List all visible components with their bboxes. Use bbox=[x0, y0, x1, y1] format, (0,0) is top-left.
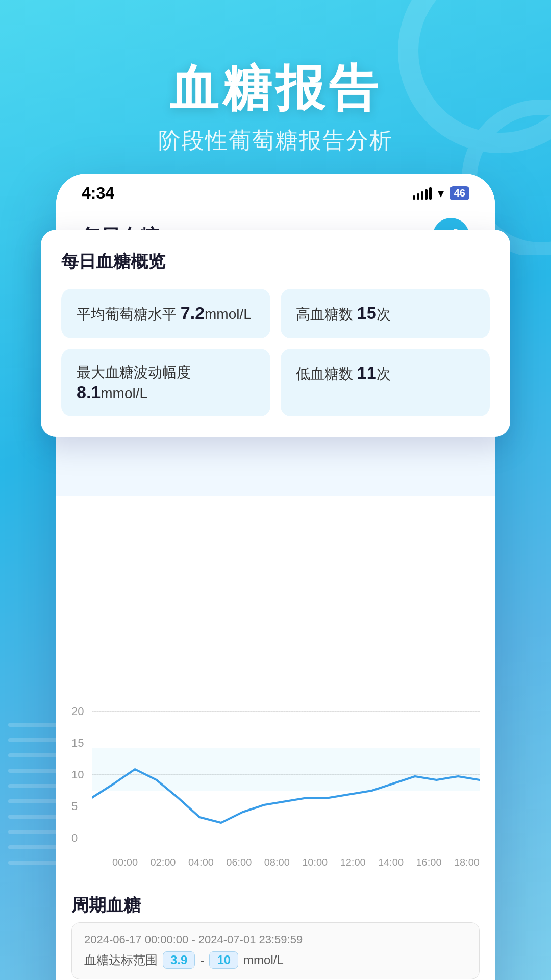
avg-glucose-value: 7.2 bbox=[181, 303, 205, 323]
low-glucose-label: 低血糖数 bbox=[296, 366, 353, 382]
header-area: 血糖报告 阶段性葡萄糖报告分析 bbox=[0, 0, 551, 186]
chart-area: 20 15 10 5 0 bbox=[56, 695, 495, 884]
stat-high-glucose: 高血糖数 15次 bbox=[281, 289, 490, 338]
x-label-1200: 12:00 bbox=[340, 856, 366, 868]
x-label-0000: 00:00 bbox=[112, 856, 138, 868]
max-fluctuation-value: 8.1 bbox=[77, 382, 101, 402]
svg-rect-13 bbox=[92, 748, 480, 791]
avg-glucose-label: 平均葡萄糖水平 bbox=[77, 306, 177, 322]
y-label-15: 15 bbox=[71, 737, 84, 750]
stat-low-glucose: 低血糖数 11次 bbox=[281, 349, 490, 416]
x-label-1600: 16:00 bbox=[416, 856, 442, 868]
overview-title: 每日血糖概览 bbox=[61, 250, 490, 274]
stat-avg-glucose: 平均葡萄糖水平 7.2mmol/L bbox=[61, 289, 270, 338]
sub-title: 阶段性葡萄糖报告分析 bbox=[0, 126, 551, 156]
target-range-label: 血糖达标范围 bbox=[84, 952, 158, 968]
x-label-0600: 06:00 bbox=[226, 856, 252, 868]
battery-badge: 46 bbox=[450, 186, 469, 200]
range-unit: mmol/L bbox=[243, 953, 284, 967]
overview-card: 每日血糖概览 平均葡萄糖水平 7.2mmol/L 高血糖数 15次 最大血糖波动… bbox=[41, 230, 510, 437]
glucose-line-svg bbox=[92, 705, 480, 848]
y-label-20: 20 bbox=[71, 705, 84, 718]
x-label-0400: 04:00 bbox=[188, 856, 214, 868]
range-max-badge: 10 bbox=[209, 951, 238, 969]
signal-icon bbox=[413, 187, 432, 200]
status-bar: 4:34 ▾ 46 bbox=[56, 174, 495, 208]
status-icons: ▾ 46 bbox=[413, 186, 469, 201]
status-time: 4:34 bbox=[82, 184, 114, 203]
glucose-chart: 20 15 10 5 0 bbox=[71, 705, 480, 868]
periodic-section-title: 周期血糖 bbox=[56, 884, 495, 922]
target-range: 血糖达标范围 3.9 - 10 mmol/L bbox=[84, 951, 467, 969]
high-glucose-value: 15 bbox=[357, 303, 377, 323]
x-label-1400: 14:00 bbox=[378, 856, 404, 868]
range-min-badge: 3.9 bbox=[163, 951, 195, 969]
y-label-5: 5 bbox=[71, 800, 78, 813]
stats-grid: 平均葡萄糖水平 7.2mmol/L 高血糖数 15次 最大血糖波动幅度 8.1m… bbox=[61, 289, 490, 416]
x-label-1800: 18:00 bbox=[454, 856, 480, 868]
period-date-range: 2024-06-17 00:00:00 - 2024-07-01 23:59:5… bbox=[84, 933, 467, 946]
x-label-1000: 10:00 bbox=[302, 856, 328, 868]
wifi-icon: ▾ bbox=[438, 186, 444, 201]
main-title: 血糖报告 bbox=[0, 61, 551, 115]
y-label-10: 10 bbox=[71, 768, 84, 781]
x-axis: 00:00 02:00 04:00 06:00 08:00 10:00 12:0… bbox=[92, 856, 480, 868]
x-label-0200: 02:00 bbox=[150, 856, 176, 868]
y-label-0: 0 bbox=[71, 831, 78, 845]
period-info-card: 2024-06-17 00:00:00 - 2024-07-01 23:59:5… bbox=[71, 922, 480, 979]
high-glucose-label: 高血糖数 bbox=[296, 306, 353, 322]
x-label-0800: 08:00 bbox=[264, 856, 290, 868]
stat-max-fluctuation: 最大血糖波动幅度 8.1mmol/L bbox=[61, 349, 270, 416]
max-fluctuation-label: 最大血糖波动幅度 bbox=[77, 364, 191, 380]
low-glucose-value: 11 bbox=[357, 363, 377, 382]
